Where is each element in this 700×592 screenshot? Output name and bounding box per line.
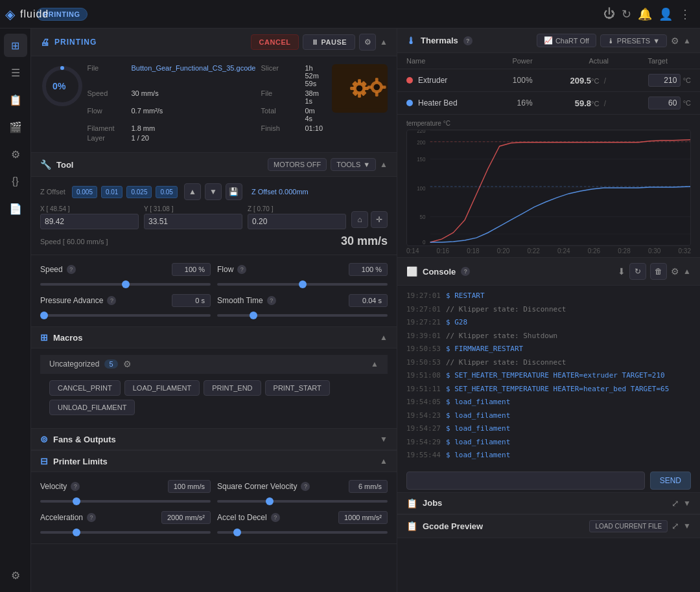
collapse-jobs-icon[interactable]: ▼ [683, 499, 691, 508]
pause-button[interactable]: ⏸ PAUSE [303, 34, 355, 50]
console-clear-icon[interactable]: 🗑 [650, 263, 667, 280]
chart-off-button[interactable]: 📈 ChaRT Off [537, 34, 596, 47]
macro-print-start[interactable]: PRINT_START [265, 380, 330, 396]
offset-btn-0025[interactable]: 0.025 [126, 186, 152, 198]
collapse-limits-icon[interactable]: ▲ [380, 457, 388, 466]
sq-corner-help-icon[interactable]: ? [301, 482, 310, 491]
home-icon[interactable]: ⌂ [351, 211, 368, 228]
macro-unload-filament[interactable]: UNLOAD_FILAMENT [49, 400, 135, 415]
collapse-console-icon[interactable]: ▲ [683, 267, 691, 276]
flow-slider[interactable] [217, 283, 388, 286]
extruder-target-input[interactable] [648, 74, 681, 87]
limits-section-header[interactable]: ⊟ Printer Limits ▲ [31, 451, 397, 472]
velocity-help-icon[interactable]: ? [71, 482, 80, 491]
macros-category-header[interactable]: Uncategorized 5 ⚙ ▲ [40, 355, 388, 374]
thermals-section-header[interactable]: 🌡 Thermals ? 📈 ChaRT Off 🌡 PRESETS ▼ ⚙ [397, 28, 700, 53]
gcode-title: 📋 Gcode Preview [406, 521, 483, 531]
collapse-printing-icon[interactable]: ▲ [380, 38, 388, 47]
heater-bed-target-input[interactable] [648, 97, 681, 109]
motors-off-button[interactable]: MOTORS OFF [268, 158, 327, 171]
sidebar-item-timelapse[interactable]: 🎬 [4, 115, 27, 139]
offset-btn-0005[interactable]: 0.005 [72, 186, 97, 198]
sq-corner-velocity-slider[interactable] [217, 500, 388, 503]
sq-corner-velocity-value[interactable]: 6 mm/s [349, 480, 388, 493]
acceleration-help-icon[interactable]: ? [87, 513, 96, 522]
speed-slider[interactable] [40, 283, 211, 286]
printing-section-header[interactable]: 🖨 PRINTING CANCEL ⏸ PAUSE ⚙ ▲ [31, 28, 397, 56]
x-coord-box: X [ 48.54 ] [40, 205, 139, 229]
macro-cancel-print[interactable]: CANCEL_PRINT [49, 380, 121, 396]
user-icon[interactable]: 👤 [659, 7, 673, 21]
z-offset-down-icon[interactable]: ▼ [205, 183, 222, 200]
speed-help-icon[interactable]: ? [67, 265, 76, 274]
console-refresh-icon[interactable]: ↻ [629, 263, 646, 280]
smooth-help-icon[interactable]: ? [267, 296, 276, 305]
load-current-file-button[interactable]: LOAD CURRENT FILE [589, 520, 668, 532]
more-icon[interactable]: ⋮ [679, 7, 691, 21]
crosshair-icon[interactable]: ✛ [371, 211, 388, 228]
speed-value: 30 mm/s [131, 89, 255, 105]
collapse-gcode-icon[interactable]: ▼ [683, 521, 691, 530]
tools-button[interactable]: TOOLS ▼ [331, 158, 376, 171]
sidebar-item-history[interactable]: ☰ [4, 61, 27, 84]
refresh-icon[interactable]: ↻ [622, 7, 631, 21]
accel-decel-value[interactable]: 1000 mm/s² [338, 511, 388, 524]
thermals-help-icon[interactable]: ? [463, 36, 472, 45]
velocity-slider[interactable] [40, 500, 211, 503]
console-help-icon[interactable]: ? [461, 267, 470, 276]
z-offset-save-icon[interactable]: 💾 [226, 183, 242, 200]
collapse-fans-icon[interactable]: ▼ [380, 435, 388, 444]
accel-decel-slider[interactable] [217, 531, 388, 534]
x-coord-input[interactable] [40, 214, 139, 229]
pressure-advance-slider[interactable] [40, 314, 211, 317]
flow-help-icon[interactable]: ? [237, 265, 246, 274]
y-coord-input[interactable] [144, 214, 242, 229]
collapse-thermals-icon[interactable]: ▲ [683, 36, 691, 45]
pressure-advance-value[interactable]: 0 s [172, 294, 211, 307]
presets-button[interactable]: 🌡 PRESETS ▼ [600, 34, 667, 47]
tool-section-header[interactable]: 🔧 Tool MOTORS OFF TOOLS ▼ ▲ [31, 153, 397, 177]
console-section-header[interactable]: ⬜ Console ? ⬇ ↻ 🗑 ⚙ ▲ [397, 258, 700, 286]
notification-icon[interactable]: 🔔 [638, 7, 652, 21]
sidebar-item-dashboard[interactable]: ⊞ [4, 34, 27, 57]
flow-slider-value[interactable]: 100 % [349, 263, 388, 276]
console-input[interactable] [406, 472, 645, 490]
jobs-section-header[interactable]: 📋 Jobs ⤢ ▼ [397, 493, 700, 514]
smooth-time-value[interactable]: 0.04 s [349, 294, 388, 307]
fans-section-header[interactable]: ⊚ Fans & Outputs ▼ [31, 429, 397, 450]
macro-load-filament[interactable]: LOAD_FILAMENT [124, 380, 200, 396]
collapse-macros-icon[interactable]: ▲ [380, 333, 388, 342]
settings-icon[interactable]: ⚙ [359, 34, 376, 51]
sidebar-item-console[interactable]: {} [4, 170, 27, 193]
cancel-button[interactable]: CANCEL [251, 34, 299, 50]
expand-gcode-icon[interactable]: ⤢ [671, 521, 679, 531]
power-icon[interactable]: ⏻ [603, 7, 615, 21]
collapse-tool-icon[interactable]: ▲ [380, 160, 388, 169]
smooth-time-slider[interactable] [217, 314, 388, 317]
sidebar-item-config[interactable]: 📄 [4, 197, 27, 220]
macros-subcategory-collapse[interactable]: ▲ [371, 359, 379, 369]
macro-print-end[interactable]: PRINT_END [204, 380, 261, 396]
console-gear-icon[interactable]: ⚙ [671, 266, 679, 277]
scroll-bottom-icon[interactable]: ⬇ [618, 266, 625, 277]
expand-jobs-icon[interactable]: ⤢ [671, 498, 679, 508]
sidebar-item-prefs[interactable]: ⚙ [4, 564, 27, 587]
offset-btn-005[interactable]: 0.05 [156, 186, 177, 198]
thermals-gear-icon[interactable]: ⚙ [671, 36, 679, 46]
z-offset-up-icon[interactable]: ▲ [184, 183, 201, 200]
send-button[interactable]: SEND [650, 472, 691, 490]
sidebar-item-files[interactable]: 📋 [4, 88, 27, 111]
acceleration-value[interactable]: 2000 mm/s² [161, 511, 211, 524]
acceleration-slider[interactable] [40, 531, 211, 534]
z-coord-input[interactable] [248, 214, 346, 229]
file-time-value: 38m 1s [305, 89, 323, 105]
pressure-help-icon[interactable]: ? [107, 296, 116, 305]
offset-btn-001[interactable]: 0.01 [101, 186, 122, 198]
gcode-section-header[interactable]: 📋 Gcode Preview LOAD CURRENT FILE ⤢ ▼ [397, 515, 700, 538]
accel-decel-help-icon[interactable]: ? [271, 513, 280, 522]
sidebar-item-settings[interactable]: ⚙ [4, 142, 27, 166]
macros-gear-icon[interactable]: ⚙ [123, 359, 132, 369]
speed-slider-value[interactable]: 100 % [172, 263, 211, 276]
macros-section-header[interactable]: ⊞ Macros ▲ [31, 327, 397, 348]
velocity-value[interactable]: 100 mm/s [168, 480, 211, 493]
